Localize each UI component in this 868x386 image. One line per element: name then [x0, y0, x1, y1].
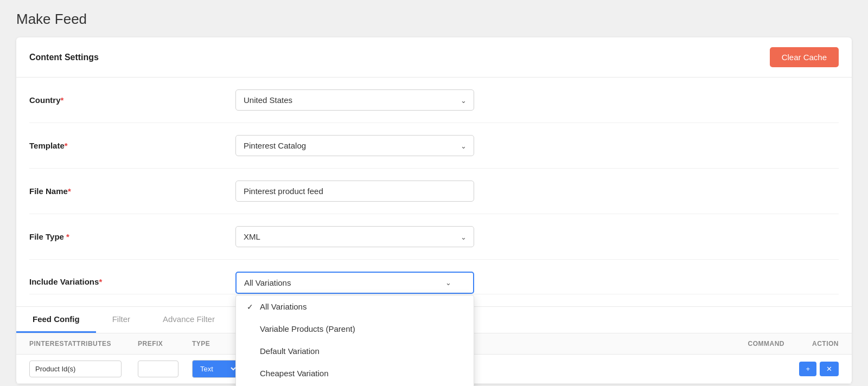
check-icon: ✓	[247, 303, 256, 311]
file-name-input[interactable]	[235, 181, 474, 202]
row-prefix-cell	[138, 361, 192, 377]
page-title: Make Feed	[16, 11, 852, 28]
check-placeholder-3	[247, 369, 256, 378]
template-control: Pinterest Catalog Google Shopping Facebo…	[235, 135, 839, 156]
row-action-cell: + ✕	[784, 362, 839, 376]
include-variations-row: Include Variations* All Variations ⌄ ✓ A…	[29, 260, 839, 294]
country-control: United States United Kingdom Canada Aust…	[235, 89, 839, 111]
card-header-title: Content Settings	[29, 53, 99, 62]
file-name-control	[235, 181, 839, 202]
row-attribute-cell	[29, 361, 138, 377]
variations-dropdown-menu: ✓ All Variations Variable Products (Pare…	[235, 295, 474, 386]
row-type-select[interactable]: Text	[192, 360, 238, 378]
tab-feed-config[interactable]: Feed Config	[16, 307, 96, 333]
country-row: Country* United States United Kingdom Ca…	[29, 78, 839, 123]
file-type-select[interactable]: XML CSV TSV	[235, 226, 474, 247]
variation-option-parent[interactable]: Variable Products (Parent)	[236, 318, 474, 340]
variation-option-all[interactable]: ✓ All Variations	[236, 295, 474, 318]
template-row: Template* Pinterest Catalog Google Shopp…	[29, 123, 839, 169]
check-placeholder-2	[247, 347, 256, 356]
template-select-wrapper: Pinterest Catalog Google Shopping Facebo…	[235, 135, 474, 156]
variations-selected-value: All Variations	[244, 278, 291, 287]
include-variations-control: All Variations ⌄ ✓ All Variations Variab…	[235, 272, 839, 294]
file-name-row: File Name*	[29, 169, 839, 214]
variation-option-cheapest-label: Cheapest Variation	[260, 369, 328, 378]
content-card: Content Settings Clear Cache Country* Un…	[16, 37, 852, 384]
country-label: Country*	[29, 95, 235, 105]
file-type-control: XML CSV TSV ⌄	[235, 226, 839, 247]
tab-filter[interactable]: Filter	[96, 307, 146, 333]
template-select[interactable]: Pinterest Catalog Google Shopping Facebo…	[235, 135, 474, 156]
template-label: Template*	[29, 141, 235, 150]
card-header: Content Settings Clear Cache	[16, 37, 852, 78]
variations-dropdown-trigger[interactable]: All Variations ⌄	[235, 272, 474, 294]
variation-option-default-label: Default Variation	[260, 346, 320, 356]
row-prefix-input[interactable]	[138, 361, 178, 377]
col-header-prefix: PREFIX	[138, 340, 192, 348]
country-select[interactable]: United States United Kingdom Canada Aust…	[235, 89, 474, 111]
variation-option-cheapest[interactable]: Cheapest Variation	[236, 362, 474, 384]
include-variations-label: Include Variations*	[29, 272, 235, 286]
file-type-row: File Type * XML CSV TSV ⌄	[29, 214, 839, 260]
variations-chevron-icon: ⌄	[445, 279, 451, 287]
file-type-select-wrapper: XML CSV TSV ⌄	[235, 226, 474, 247]
variation-option-default[interactable]: Default Variation	[236, 340, 474, 362]
check-placeholder	[247, 325, 256, 333]
col-header-action: ACTION	[784, 340, 839, 348]
tab-advance-filter[interactable]: Advance Filter	[146, 307, 231, 333]
col-header-command: COMMAND	[698, 340, 784, 348]
row-action-btn-2[interactable]: ✕	[820, 362, 839, 376]
row-attribute-input[interactable]	[29, 361, 122, 377]
variation-option-all-label: All Variations	[260, 302, 307, 311]
variations-dropdown-wrapper: All Variations ⌄ ✓ All Variations Variab…	[235, 272, 474, 294]
clear-cache-button[interactable]: Clear Cache	[770, 47, 839, 67]
form-section: Country* United States United Kingdom Ca…	[16, 78, 852, 294]
file-name-label: File Name*	[29, 186, 235, 196]
row-action-btn-1[interactable]: +	[799, 362, 816, 376]
country-select-wrapper: United States United Kingdom Canada Aust…	[235, 89, 474, 111]
variation-option-parent-label: Variable Products (Parent)	[260, 324, 355, 333]
file-type-label: File Type *	[29, 232, 235, 241]
col-header-attributes: PINTERESTATTRIBUTES	[29, 340, 138, 348]
